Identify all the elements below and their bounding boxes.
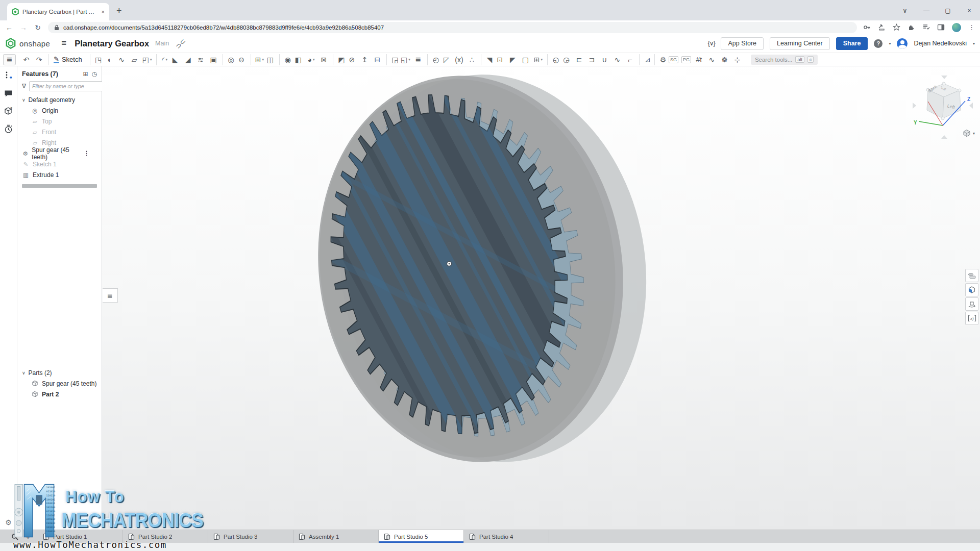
- pg-badge[interactable]: PG: [680, 54, 693, 65]
- draft-icon[interactable]: ◢: [182, 54, 194, 65]
- close-window-button[interactable]: ×: [959, 7, 980, 14]
- search-tools-box[interactable]: Search tools... alt c: [751, 55, 818, 65]
- frame-icon[interactable]: ⊹: [731, 54, 744, 65]
- tab-part-studio-5[interactable]: Part Studio 5: [379, 530, 464, 543]
- add-tab-button[interactable]: +: [21, 530, 35, 543]
- tab-assembly-1[interactable]: Assembly 1: [293, 530, 379, 543]
- history-icon[interactable]: [4, 124, 13, 134]
- spline-icon[interactable]: ∿: [705, 54, 718, 65]
- rollback-bar[interactable]: [22, 184, 97, 188]
- mesh-settings-icon[interactable]: ⚙: [654, 54, 667, 65]
- appearance-button[interactable]: [965, 269, 978, 282]
- sheetmetal-flange-icon[interactable]: ◵: [547, 54, 560, 65]
- tab-search-button[interactable]: ∨: [894, 7, 916, 14]
- imported-geometry-icon[interactable]: ◸: [440, 54, 453, 65]
- split-icon[interactable]: ◧: [292, 54, 305, 65]
- tab-search-button[interactable]: [8, 530, 21, 543]
- extensions-puzzle-icon[interactable]: [908, 23, 915, 31]
- transform-icon[interactable]: ↥: [358, 54, 371, 65]
- mirror-icon[interactable]: ◫: [264, 54, 277, 65]
- view-cube-face-button[interactable]: [965, 283, 978, 296]
- tree-plane-top[interactable]: ▱ Top: [17, 116, 102, 127]
- rib-icon[interactable]: ≋: [194, 54, 207, 65]
- sheetmetal-tab-icon[interactable]: ⊏: [573, 54, 585, 65]
- browser-tab[interactable]: Planetary Gearbox | Part Studio 5 ×: [7, 3, 109, 20]
- delete-face-icon[interactable]: ⊠: [317, 54, 330, 65]
- boolean-icon[interactable]: ◉: [279, 54, 292, 65]
- redo-icon[interactable]: ↷: [33, 54, 45, 65]
- featurescript-box-icon[interactable]: ▢: [519, 54, 532, 65]
- featurescript-icon[interactable]: {∨}: [708, 40, 715, 47]
- tree-plane-front[interactable]: ▱ Front: [17, 127, 102, 137]
- featurescript-slot-icon[interactable]: ◥: [481, 54, 494, 65]
- move-face-icon[interactable]: ◩: [333, 54, 346, 65]
- reload-icon[interactable]: ↻: [34, 23, 42, 32]
- sheetmetal-corner-icon[interactable]: ⊐: [585, 54, 598, 65]
- feature-filter-input[interactable]: [29, 81, 105, 91]
- fillet-icon[interactable]: ◜: [156, 54, 169, 65]
- user-name[interactable]: Dejan Nedelkovski: [914, 40, 967, 47]
- user-avatar[interactable]: [897, 38, 908, 49]
- sketch-button[interactable]: ✎ Sketch: [48, 54, 87, 65]
- assembly-context-icon[interactable]: ∴: [465, 54, 478, 65]
- surface-pattern-icon[interactable]: ◲: [386, 54, 399, 65]
- sheetmetal-unfold-icon[interactable]: ∿: [611, 54, 624, 65]
- learning-center-button[interactable]: Learning Center: [770, 37, 830, 50]
- comment-icon[interactable]: [4, 90, 13, 97]
- gear-feature-icon[interactable]: ☸: [718, 54, 731, 65]
- url-bar[interactable]: cad.onshape.com/documents/5a13d645118279…: [48, 22, 857, 33]
- featurescript-cube-icon[interactable]: ⊡: [494, 54, 506, 65]
- share-link-icon[interactable]: ⊃⊂: [174, 37, 187, 50]
- part-2[interactable]: Part 2: [17, 389, 102, 399]
- forward-icon[interactable]: →: [19, 23, 28, 32]
- feature-list-flyout-button[interactable]: ≣: [103, 288, 118, 303]
- ruled-surface-icon[interactable]: ≣: [412, 54, 425, 65]
- helix-icon[interactable]: ◴: [427, 54, 440, 65]
- modify-fillet-icon[interactable]: ◕: [305, 54, 317, 65]
- extrude-icon[interactable]: ◳: [90, 54, 103, 65]
- reading-list-icon[interactable]: [922, 23, 930, 31]
- chamfer-icon[interactable]: ◣: [169, 54, 182, 65]
- hole-icon[interactable]: ◎: [223, 54, 235, 65]
- new-tab-button[interactable]: +: [116, 6, 122, 16]
- replace-face-icon[interactable]: ⊟: [371, 54, 384, 65]
- thicken-icon[interactable]: ◰: [141, 54, 154, 65]
- tree-default-geometry[interactable]: ∨ Default geometry: [17, 94, 102, 105]
- delete-part-icon[interactable]: ⊘: [346, 54, 358, 65]
- featurescript-info-icon[interactable]: ?: [4, 107, 13, 115]
- help-button[interactable]: ?: [874, 39, 883, 48]
- parts-header[interactable]: ∨ Parts (2): [17, 367, 102, 378]
- view-options-button[interactable]: ▾: [962, 129, 975, 138]
- part-spur-gear[interactable]: Spur gear (45 teeth): [17, 378, 102, 389]
- tag-icon[interactable]: #t: [693, 54, 705, 65]
- app-store-button[interactable]: App Store: [721, 37, 764, 50]
- minimize-button[interactable]: —: [916, 7, 937, 14]
- turntable-button[interactable]: [965, 297, 978, 311]
- variable-icon[interactable]: (x): [453, 54, 465, 65]
- featurescript-pattern-icon[interactable]: ⊞: [532, 54, 545, 65]
- back-icon[interactable]: ←: [5, 23, 13, 32]
- model-viewport[interactable]: Back Left Top Y Z ▾: [102, 66, 980, 530]
- featurescript-page-icon[interactable]: ◤: [506, 54, 519, 65]
- browser-menu-icon[interactable]: ⋮: [968, 23, 975, 31]
- tree-origin[interactable]: ◎ Origin: [17, 105, 102, 116]
- sketch-quality-icon[interactable]: ⊿: [639, 54, 652, 65]
- send-icon[interactable]: [878, 23, 886, 31]
- rollback-history-icon[interactable]: ◷: [92, 70, 97, 78]
- feature-list-toggle-icon[interactable]: ≣: [3, 54, 16, 65]
- document-title[interactable]: Planetary Gearbox: [75, 39, 149, 48]
- sg-badge[interactable]: SG: [667, 54, 680, 65]
- settings-gear-icon[interactable]: ⚙: [5, 518, 12, 527]
- sweep-icon[interactable]: ∿: [115, 54, 128, 65]
- linear-pattern-icon[interactable]: ⊞: [251, 54, 264, 65]
- loft-icon[interactable]: ▱: [128, 54, 141, 65]
- revolve-icon[interactable]: ◖: [103, 54, 115, 65]
- key-icon[interactable]: [863, 23, 871, 31]
- undo-icon[interactable]: ↶: [20, 54, 33, 65]
- tab-close-icon[interactable]: ×: [102, 9, 105, 15]
- tab-part-studio-3[interactable]: Part Studio 3: [208, 530, 293, 543]
- onshape-logo[interactable]: onshape: [5, 38, 50, 49]
- user-caret-icon[interactable]: ▾: [973, 41, 975, 46]
- profile-avatar[interactable]: [952, 23, 961, 32]
- tab-part-studio-2[interactable]: Part Studio 2: [123, 530, 208, 543]
